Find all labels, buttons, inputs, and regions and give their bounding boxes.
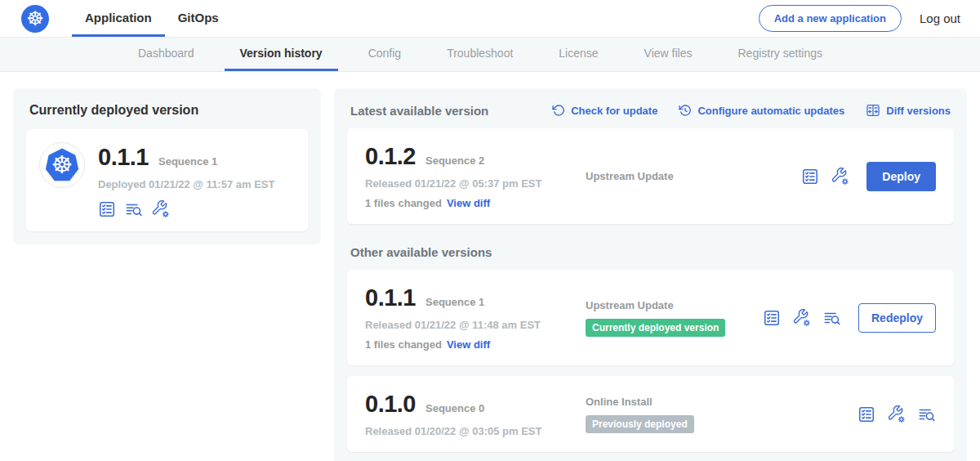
diff-versions-label: Diff versions [886, 105, 951, 117]
subnav-item-view-files[interactable]: View files [629, 38, 708, 71]
circular-arrow-icon [552, 104, 565, 117]
edit-config-wrench-gear-icon[interactable] [793, 309, 811, 327]
deployed-version-card: ☸ 0.1.1 Sequence 1 Deployed 01/21/22 @ 1… [26, 129, 308, 231]
diff-versions-link[interactable]: Diff versions [866, 103, 951, 118]
configure-automatic-updates-label: Configure automatic updates [697, 105, 844, 117]
kubernetes-wheel-icon: ☸ [21, 5, 49, 33]
view-diff-link[interactable]: View diff [447, 197, 490, 209]
version-row-0-1-1: 0.1.1 Sequence 1 Released 01/21/22 @ 11:… [347, 270, 954, 365]
files-changed: 1 files changed [365, 338, 442, 351]
kubernetes-heptagon-icon: ☸ [45, 148, 79, 182]
top-bar: ☸ Application GitOps Add a new applicati… [0, 0, 980, 38]
version-source: Upstream Update [586, 299, 756, 311]
released-date: Released 01/20/22 @ 03:05 pm EST [365, 425, 571, 437]
deployed-date: Deployed 01/21/22 @ 11:57 am EST [98, 178, 274, 190]
deploy-button[interactable]: Deploy [866, 162, 936, 191]
deploy-logs-icon[interactable] [823, 309, 841, 327]
version-number: 0.1.0 [365, 391, 416, 418]
other-available-title: Other available versions [350, 245, 951, 259]
add-new-application-button[interactable]: Add a new application [759, 5, 902, 32]
app-subnav: Dashboard Version history Config Trouble… [0, 38, 980, 72]
split-diff-icon [866, 103, 880, 118]
view-diff-link[interactable]: View diff [447, 338, 490, 351]
release-notes-checklist-icon[interactable] [98, 200, 116, 218]
main-content: Currently deployed version ☸ 0.1.1 Seque… [0, 72, 980, 461]
files-changed: 1 files changed [365, 197, 442, 209]
released-date: Released 01/21/22 @ 11:48 am EST [365, 319, 571, 331]
logout-button[interactable]: Log out [920, 11, 960, 25]
version-sequence: Sequence 0 [425, 402, 484, 414]
subnav-item-dashboard[interactable]: Dashboard [122, 38, 210, 71]
tab-gitops[interactable]: GitOps [165, 0, 232, 37]
version-number: 0.1.1 [365, 284, 416, 311]
subnav-item-license[interactable]: License [543, 38, 613, 71]
check-for-update-label: Check for update [571, 105, 657, 117]
app-logo: ☸ [39, 142, 85, 188]
version-sequence: Sequence 2 [425, 154, 484, 167]
version-history-panel: Latest available version Check for updat… [334, 88, 967, 461]
currently-deployed-card: Currently deployed version ☸ 0.1.1 Seque… [13, 88, 321, 244]
app-tabs: Application GitOps [72, 0, 232, 37]
redeploy-button[interactable]: Redeploy [858, 303, 936, 333]
release-notes-checklist-icon[interactable] [801, 168, 819, 186]
configure-automatic-updates-link[interactable]: Configure automatic updates [679, 104, 844, 117]
deploy-logs-icon[interactable] [125, 200, 143, 218]
latest-available-title: Latest available version [350, 104, 488, 118]
subnav-item-troubleshoot[interactable]: Troubleshoot [431, 38, 528, 71]
version-source: Online Install [586, 396, 851, 408]
version-number: 0.1.2 [365, 143, 416, 170]
deployed-version-number: 0.1.1 [98, 144, 149, 171]
tab-application[interactable]: Application [72, 0, 165, 37]
edit-config-wrench-gear-icon[interactable] [831, 168, 849, 186]
version-row-0-1-2: 0.1.2 Sequence 2 Released 01/21/22 @ 05:… [347, 128, 954, 224]
clock-circular-arrow-icon [679, 104, 692, 117]
deployed-version-sequence: Sequence 1 [158, 155, 217, 168]
subnav-item-registry-settings[interactable]: Registry settings [722, 38, 837, 71]
version-sequence: Sequence 1 [425, 296, 484, 308]
release-notes-checklist-icon[interactable] [858, 405, 875, 423]
version-row-0-1-0: 0.1.0 Sequence 0 Released 01/20/22 @ 03:… [347, 376, 954, 452]
released-date: Released 01/21/22 @ 05:37 pm EST [365, 177, 571, 190]
subnav-item-config[interactable]: Config [353, 38, 416, 71]
edit-config-wrench-gear-icon[interactable] [152, 200, 170, 218]
previously-deployed-badge: Previously deployed [586, 415, 694, 433]
tab-application-label: Application [85, 11, 152, 25]
version-source: Upstream Update [586, 170, 795, 182]
check-for-update-link[interactable]: Check for update [552, 104, 657, 117]
deployed-card-title: Currently deployed version [29, 103, 308, 118]
edit-config-wrench-gear-icon[interactable] [888, 405, 906, 423]
deploy-logs-icon[interactable] [918, 405, 936, 423]
tab-gitops-label: GitOps [178, 11, 219, 25]
release-notes-checklist-icon[interactable] [763, 309, 781, 327]
currently-deployed-badge: Currently deployed version [586, 319, 725, 337]
subnav-item-version-history[interactable]: Version history [225, 38, 338, 71]
